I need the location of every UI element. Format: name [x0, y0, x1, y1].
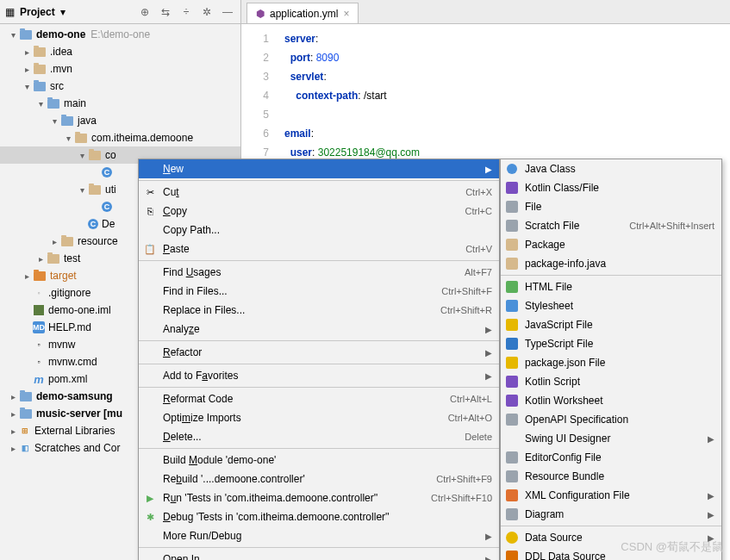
expand-icon[interactable]: ▾: [7, 30, 19, 40]
menu-label: TypeScript File: [525, 338, 714, 350]
expand-icon[interactable]: ▸: [7, 409, 19, 419]
tree-item[interactable]: ▾com.itheima.demoone: [0, 129, 240, 146]
menu-item[interactable]: package-info.java: [501, 254, 721, 273]
menu-item[interactable]: Analyze▶: [139, 320, 499, 339]
file-type-icon: [504, 551, 520, 560]
menu-item[interactable]: JavaScript File: [501, 315, 721, 334]
menu-item[interactable]: ⎘CopyCtrl+C: [139, 202, 499, 221]
menu-item[interactable]: Kotlin Script: [501, 372, 721, 391]
menu-item[interactable]: OpenAPI Specification: [501, 410, 721, 429]
menu-item[interactable]: ✱Debug 'Tests in 'com.itheima.demoone.co…: [139, 507, 499, 526]
menu-item[interactable]: HTML File: [501, 277, 721, 296]
close-icon[interactable]: ×: [343, 8, 349, 20]
expand-icon[interactable]: ▸: [21, 271, 33, 281]
tree-label: main: [64, 97, 86, 109]
tree-item[interactable]: ▾java: [0, 112, 240, 129]
submenu-arrow-icon: ▶: [485, 371, 492, 381]
menu-item[interactable]: Stylesheet: [501, 296, 721, 315]
shortcut: Delete: [465, 432, 492, 442]
menu-label: File: [525, 201, 714, 213]
menu-item[interactable]: Kotlin Worksheet: [501, 391, 721, 410]
menu-item[interactable]: 📋PasteCtrl+V: [139, 240, 499, 258]
menu-label: Scratch File: [525, 220, 629, 232]
shortcut: Ctrl+Shift+F10: [431, 493, 492, 503]
menu-item[interactable]: Package: [501, 235, 721, 254]
menu-item[interactable]: Delete...Delete: [139, 427, 499, 446]
yaml-icon: ⬢: [256, 8, 265, 20]
expand-icon[interactable]: ▸: [7, 426, 19, 436]
menu-label: Stylesheet: [525, 300, 714, 312]
arrow-down-icon[interactable]: ⇆: [158, 4, 173, 20]
menu-item[interactable]: Refactor▶: [139, 343, 499, 362]
expand-icon[interactable]: ▸: [7, 392, 19, 401]
collapse-icon[interactable]: —: [220, 4, 235, 20]
tree-item[interactable]: ▾demo-oneE:\demo-one: [0, 26, 240, 43]
menu-item[interactable]: Add to Favorites▶: [139, 366, 499, 385]
menu-item[interactable]: Rebuild '....demoone.controller'Ctrl+Shi…: [139, 470, 499, 488]
tree-label: music-server [mu: [36, 408, 122, 420]
menu-item[interactable]: ▶Run 'Tests in 'com.itheima.demoone.cont…: [139, 488, 499, 507]
menu-item[interactable]: package.json File: [501, 353, 721, 372]
expand-icon[interactable]: ▸: [7, 444, 19, 453]
menu-item[interactable]: XML Configuration File▶: [501, 486, 721, 505]
tree-label: demo-one.iml: [48, 304, 111, 316]
tree-label: De: [102, 218, 115, 230]
divider-icon[interactable]: ÷: [178, 4, 194, 20]
expand-icon[interactable]: ▾: [62, 134, 74, 143]
expand-icon[interactable]: ▸: [48, 237, 60, 246]
menu-item[interactable]: Swing UI Designer▶: [501, 429, 721, 448]
menu-item[interactable]: Find in Files...Ctrl+Shift+F: [139, 282, 499, 301]
tree-item[interactable]: ▾main: [0, 95, 240, 112]
menu-label: Swing UI Designer: [525, 432, 701, 445]
menu-label: Rebuild '....demoone.controller': [163, 473, 436, 485]
tab-label: application.yml: [270, 8, 338, 20]
menu-item[interactable]: Java Class: [501, 159, 721, 178]
expand-icon[interactable]: ▸: [21, 65, 33, 74]
menu-item[interactable]: Copy Path...: [139, 221, 499, 240]
expand-icon[interactable]: ▸: [21, 47, 33, 57]
menu-item[interactable]: Scratch FileCtrl+Alt+Shift+Insert: [501, 216, 721, 235]
expand-icon[interactable]: ▾: [21, 82, 33, 91]
submenu-arrow-icon: ▶: [485, 532, 492, 541]
menu-item[interactable]: Find UsagesAlt+F7: [139, 263, 499, 282]
tree-label: mvnw.cmd: [48, 356, 97, 368]
shortcut: Ctrl+X: [465, 187, 492, 197]
shortcut: Ctrl+Shift+F9: [436, 474, 492, 484]
new-submenu[interactable]: Java ClassKotlin Class/FileFileScratch F…: [500, 159, 722, 560]
menu-item[interactable]: Kotlin Class/File: [501, 178, 721, 197]
dropdown-icon[interactable]: ▾: [60, 6, 66, 18]
menu-item[interactable]: New▶: [139, 159, 499, 178]
file-type-icon: [504, 319, 520, 331]
tab-application-yml[interactable]: ⬢ application.yml ×: [246, 3, 359, 23]
menu-item[interactable]: Reformat CodeCtrl+Alt+L: [139, 389, 499, 408]
gear-icon[interactable]: ✲: [199, 4, 215, 20]
menu-item[interactable]: Replace in Files...Ctrl+Shift+R: [139, 301, 499, 320]
expand-icon[interactable]: ▾: [76, 151, 88, 160]
expand-icon[interactable]: ▾: [48, 116, 60, 126]
tree-item[interactable]: ▸.idea: [0, 43, 240, 60]
file-type-icon: [504, 451, 520, 464]
menu-item[interactable]: More Run/Debug▶: [139, 526, 499, 545]
menu-item[interactable]: Resource Bundle: [501, 467, 721, 486]
menu-item[interactable]: Diagram▶: [501, 505, 721, 524]
menu-item[interactable]: EditorConfig File: [501, 448, 721, 467]
menu-icon: ✂: [142, 187, 158, 198]
expand-icon[interactable]: ▾: [76, 185, 88, 195]
tree-label: demo-samsung: [36, 390, 113, 402]
target-icon[interactable]: ⊕: [137, 4, 153, 20]
menu-item[interactable]: TypeScript File: [501, 334, 721, 353]
expand-icon[interactable]: ▸: [34, 254, 47, 264]
menu-label: JavaScript File: [525, 319, 714, 331]
menu-label: Resource Bundle: [525, 470, 714, 482]
tree-label: pom.xml: [48, 373, 87, 385]
tree-item[interactable]: ▾src: [0, 78, 240, 95]
menu-item[interactable]: File: [501, 197, 721, 216]
context-menu[interactable]: New▶✂CutCtrl+X⎘CopyCtrl+CCopy Path...📋Pa…: [138, 159, 500, 560]
menu-item[interactable]: Optimize ImportsCtrl+Alt+O: [139, 408, 499, 427]
tree-item[interactable]: ▸.mvn: [0, 60, 240, 78]
expand-icon[interactable]: ▾: [34, 99, 47, 109]
menu-item[interactable]: Open In▶: [139, 550, 499, 560]
menu-item[interactable]: Build Module 'demo-one': [139, 451, 499, 470]
menu-label: New: [163, 163, 478, 175]
menu-item[interactable]: ✂CutCtrl+X: [139, 183, 499, 202]
